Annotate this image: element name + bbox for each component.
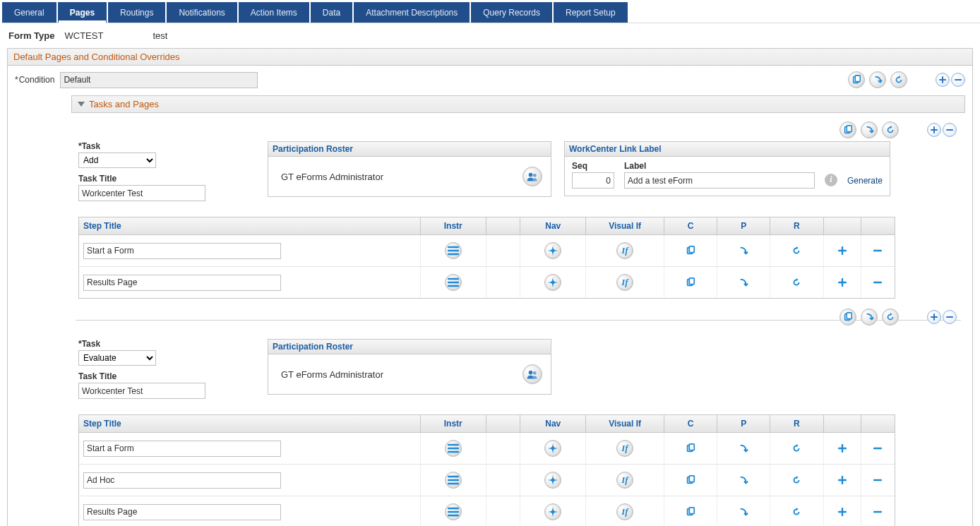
nav-icon[interactable] (544, 274, 561, 291)
copy-icon[interactable] (683, 244, 698, 258)
tab-data[interactable]: Data (311, 2, 352, 23)
col-add (824, 217, 861, 234)
seq-field[interactable] (572, 172, 614, 189)
add-row-button[interactable] (835, 505, 849, 519)
copy-icon[interactable] (839, 121, 856, 138)
tasks-pages-header[interactable]: Tasks and Pages (71, 95, 965, 113)
reset-icon[interactable] (789, 275, 803, 289)
step-title-field[interactable] (83, 275, 281, 291)
task-select[interactable]: Add (78, 153, 156, 168)
form-type-desc: test (153, 30, 167, 41)
add-row-button[interactable] (835, 473, 849, 487)
copy-icon[interactable] (683, 505, 698, 519)
tab-general[interactable]: General (2, 2, 56, 23)
delete-row-button[interactable] (943, 310, 957, 324)
visual-if-icon[interactable]: If (616, 472, 633, 489)
reset-icon[interactable] (890, 71, 907, 88)
copy-icon[interactable] (683, 473, 698, 487)
delete-row-button[interactable] (943, 123, 957, 137)
reset-icon[interactable] (789, 244, 803, 258)
instr-icon[interactable] (445, 472, 462, 489)
paste-icon[interactable] (736, 275, 751, 289)
form-type-code: WCTEST (65, 30, 104, 41)
reset-icon[interactable] (882, 309, 899, 325)
add-row-button[interactable] (927, 123, 941, 137)
nav-icon[interactable] (544, 440, 561, 457)
copy-icon[interactable] (683, 441, 698, 455)
nav-icon[interactable] (544, 242, 561, 259)
paste-icon[interactable] (736, 244, 751, 258)
paste-icon[interactable] (736, 473, 751, 487)
label-field[interactable] (624, 172, 815, 189)
instr-icon[interactable] (445, 503, 462, 520)
visual-if-icon[interactable]: If (616, 503, 633, 520)
add-row-button[interactable] (835, 275, 849, 289)
task-icon-cluster (839, 309, 899, 325)
tab-query-records[interactable]: Query Records (471, 2, 552, 23)
add-row-button[interactable] (936, 73, 950, 87)
svg-rect-21 (689, 444, 694, 450)
copy-icon[interactable] (683, 275, 698, 289)
col-nav: Nav (520, 217, 586, 234)
generate-link[interactable]: Generate (847, 176, 883, 186)
svg-rect-15 (847, 313, 851, 319)
copy-icon[interactable] (848, 71, 865, 88)
tab-notifications[interactable]: Notifications (167, 2, 237, 23)
instr-icon[interactable] (445, 440, 462, 457)
step-row: If (79, 235, 895, 267)
tab-strip: GeneralPagesRoutingsNotificationsAction … (2, 2, 980, 23)
col-step-title: Step Title (79, 217, 421, 234)
visual-if-icon[interactable]: If (616, 440, 633, 457)
step-title-field[interactable] (83, 441, 281, 457)
instr-icon[interactable] (445, 274, 462, 291)
paste-icon[interactable] (869, 71, 886, 88)
tab-report-setup[interactable]: Report Setup (554, 2, 628, 23)
add-row-button[interactable] (927, 310, 941, 324)
delete-row-button[interactable] (951, 73, 965, 87)
nav-icon[interactable] (544, 503, 561, 520)
step-title-field[interactable] (83, 472, 281, 489)
task-title-field[interactable] (78, 383, 205, 399)
collapse-icon[interactable] (78, 102, 85, 107)
delete-row-button[interactable] (871, 441, 885, 455)
task-addremove (927, 310, 957, 324)
visual-if-icon[interactable]: If (616, 242, 633, 259)
reset-icon[interactable] (789, 473, 803, 487)
delete-row-button[interactable] (871, 244, 885, 258)
svg-text:If: If (621, 245, 629, 256)
delete-row-button[interactable] (871, 505, 885, 519)
roster-header: Participation Roster (268, 340, 551, 354)
nav-icon[interactable] (544, 472, 561, 489)
task-title-field[interactable] (78, 185, 205, 201)
instr-icon[interactable] (445, 242, 462, 259)
paste-icon[interactable] (736, 505, 751, 519)
paste-icon[interactable] (736, 441, 751, 455)
visual-if-icon[interactable]: If (616, 274, 633, 291)
add-row-button[interactable] (835, 441, 849, 455)
tab-attachment-descriptions[interactable]: Attachment Descriptions (354, 2, 470, 23)
step-title-field[interactable] (83, 504, 281, 520)
svg-text:If: If (621, 443, 629, 453)
steps-grid: Step Title Instr Nav Visual If C P R If (78, 414, 895, 526)
svg-point-17 (533, 371, 537, 375)
paste-icon[interactable] (861, 309, 878, 325)
copy-icon[interactable] (839, 309, 856, 325)
task-label: Task (78, 141, 255, 151)
people-icon[interactable] (522, 364, 542, 384)
task-select[interactable]: Evaluate (78, 350, 156, 366)
tab-pages[interactable]: Pages (58, 2, 107, 23)
delete-row-button[interactable] (871, 473, 885, 487)
tab-action-items[interactable]: Action Items (239, 2, 309, 23)
roster-name: GT eForms Administrator (281, 369, 383, 380)
tab-routings[interactable]: Routings (108, 2, 165, 23)
reset-icon[interactable] (789, 505, 803, 519)
paste-icon[interactable] (861, 121, 878, 138)
workcenter-box: WorkCenter Link Label Seq Label i Genera… (564, 141, 890, 196)
step-title-field[interactable] (83, 243, 281, 259)
delete-row-button[interactable] (871, 275, 885, 289)
reset-icon[interactable] (882, 121, 899, 138)
reset-icon[interactable] (789, 441, 803, 455)
people-icon[interactable] (522, 167, 542, 186)
condition-icon-cluster (848, 71, 907, 88)
add-row-button[interactable] (835, 244, 849, 258)
